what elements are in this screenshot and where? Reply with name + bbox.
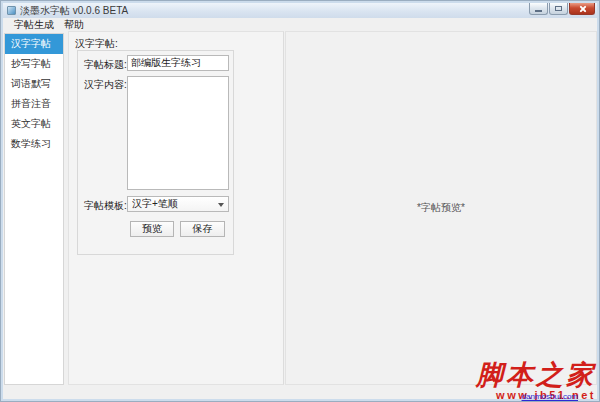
minimize-icon xyxy=(535,10,542,12)
window-title: 淡墨水字帖 v0.0.6 BETA xyxy=(20,4,128,18)
window-controls xyxy=(528,3,595,15)
content-field-label: 汉字内容: xyxy=(84,78,127,92)
sidebar: 汉字字帖 抄写字帖 词语默写 拼音注音 英文字帖 数学练习 xyxy=(4,33,64,385)
maximize-icon xyxy=(555,6,562,11)
form-panel: 汉字字帖: 字帖标题: 汉字内容: 字帖模板: 汉字+笔顺 预览 保存 xyxy=(68,31,284,385)
close-icon xyxy=(578,5,586,13)
title-input[interactable] xyxy=(127,55,229,71)
sidebar-item-ciyu-moxie[interactable]: 词语默写 xyxy=(5,74,63,94)
maximize-button[interactable] xyxy=(549,3,568,15)
menu-bar: 字帖生成 帮助 xyxy=(3,18,597,31)
sidebar-item-hanzi-zitie[interactable]: 汉字字帖 xyxy=(5,34,63,54)
app-window: 淡墨水字帖 v0.0.6 BETA 字帖生成 帮助 汉字字帖 抄写字帖 词语默写… xyxy=(0,0,600,402)
sidebar-item-yingwen-zitie[interactable]: 英文字帖 xyxy=(5,114,63,134)
save-button[interactable]: 保存 xyxy=(180,221,225,237)
preview-button[interactable]: 预览 xyxy=(130,221,174,237)
template-field-label: 字帖模板: xyxy=(84,199,127,213)
chevron-down-icon xyxy=(218,203,224,207)
menu-item-generate[interactable]: 字帖生成 xyxy=(9,18,59,32)
watermark-url: www.jb51.net xyxy=(476,390,596,401)
minimize-button[interactable] xyxy=(529,3,548,15)
app-icon xyxy=(7,6,16,15)
copybook-groupbox: 字帖标题: 汉字内容: 字帖模板: 汉字+笔顺 预览 保存 xyxy=(77,50,234,255)
preview-panel: *字帖预览* xyxy=(285,31,597,385)
sidebar-item-pinyin-zhuyin[interactable]: 拼音注音 xyxy=(5,94,63,114)
menu-item-help[interactable]: 帮助 xyxy=(59,18,89,32)
title-field-label: 字帖标题: xyxy=(84,58,127,72)
titlebar[interactable]: 淡墨水字帖 v0.0.6 BETA xyxy=(3,3,597,18)
close-button[interactable] xyxy=(569,3,595,15)
template-select[interactable]: 汉字+笔顺 xyxy=(127,196,229,212)
preview-placeholder: *字帖预览* xyxy=(417,201,465,215)
sidebar-item-shuxue-lianxi[interactable]: 数学练习 xyxy=(5,134,63,154)
template-select-value: 汉字+笔顺 xyxy=(132,197,178,211)
hanzi-content-textarea[interactable] xyxy=(127,76,229,190)
watermark-sub-url: danmoshui.com xyxy=(476,393,578,401)
section-title: 汉字字帖: xyxy=(75,37,118,51)
sidebar-item-chaoxie-zitie[interactable]: 抄写字帖 xyxy=(5,54,63,74)
